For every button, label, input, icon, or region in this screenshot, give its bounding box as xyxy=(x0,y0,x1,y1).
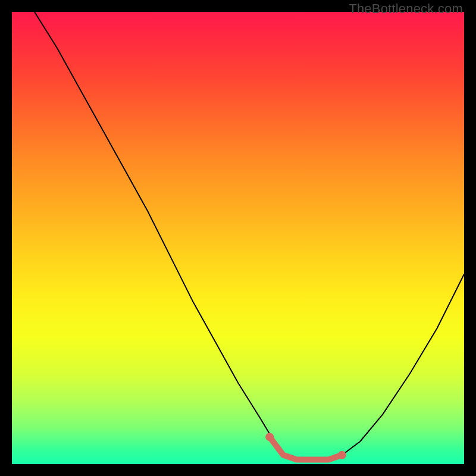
chart-overlay xyxy=(12,12,464,464)
curve-group xyxy=(35,12,464,459)
watermark-text: TheBottleneck.com xyxy=(349,1,463,17)
highlight-dot-0 xyxy=(265,433,274,441)
plot-area xyxy=(12,12,464,464)
highlight-dot-1 xyxy=(338,451,346,459)
bottleneck-curve xyxy=(35,12,464,459)
highlight-group xyxy=(265,433,346,459)
highlight-segment xyxy=(270,437,342,459)
chart-stage: TheBottleneck.com xyxy=(0,0,476,476)
